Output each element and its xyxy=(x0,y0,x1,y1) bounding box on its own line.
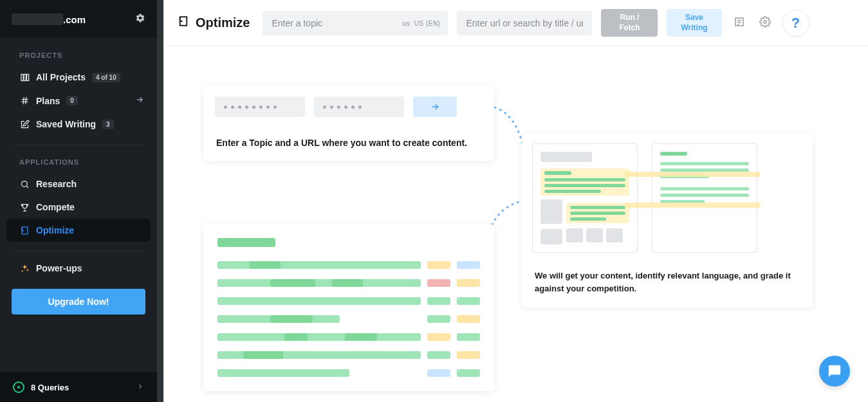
search-icon xyxy=(19,179,30,189)
save-writing-button[interactable]: Save Writing xyxy=(667,9,721,37)
chat-icon xyxy=(827,364,842,378)
sparkle-icon xyxy=(19,263,30,273)
page-title-text: Optimize xyxy=(196,15,250,30)
columns-icon xyxy=(19,72,30,82)
locale-tag[interactable]: us US (EN) xyxy=(403,19,441,26)
divider xyxy=(13,145,144,145)
edit-icon xyxy=(19,119,30,129)
sidebar-item-label: Power-ups xyxy=(36,263,82,273)
sidebar-item-label: All Projects xyxy=(36,72,86,82)
sidebar-item-research[interactable]: Research xyxy=(0,172,157,196)
arrow-right-icon xyxy=(135,95,144,106)
sidebar-item-compete[interactable]: Compete xyxy=(0,196,157,219)
sidebar-item-label: Research xyxy=(36,179,77,189)
onboarding-step2-text: We will get your content, identify relev… xyxy=(532,264,802,297)
section-label-projects: PROJECTS xyxy=(0,37,157,66)
domain-header: .com xyxy=(0,0,157,37)
locale-flag: us xyxy=(403,19,411,26)
svg-point-16 xyxy=(763,20,766,23)
sidebar: .com PROJECTS All Projects 4 of 10 Plans… xyxy=(0,0,157,402)
page-title: Optimize xyxy=(178,15,250,30)
queries-icon xyxy=(13,381,24,393)
fake-url-input xyxy=(314,96,404,117)
doc-preview-right xyxy=(652,143,757,253)
onboarding-card-3 xyxy=(203,224,494,391)
svg-line-9 xyxy=(26,186,28,188)
sidebar-item-label: Plans xyxy=(36,96,60,106)
onboarding-step1-text: Enter a Topic and a URL where you want t… xyxy=(215,134,483,149)
run-label-2: Fetch xyxy=(619,23,640,33)
badge: 0 xyxy=(66,96,78,105)
svg-line-6 xyxy=(25,97,26,104)
queries-footer[interactable]: 8 Queries xyxy=(0,372,157,402)
queries-label: 8 Queries xyxy=(31,383,69,392)
content-area: Enter a Topic and a URL where you want t… xyxy=(163,46,868,402)
optimize-icon xyxy=(178,15,189,30)
fake-topic-input xyxy=(215,96,305,117)
onboarding-card-1: Enter a Topic and a URL where you want t… xyxy=(203,85,494,161)
badge: 4 of 10 xyxy=(92,73,120,82)
sidebar-item-plans[interactable]: Plans 0 xyxy=(0,89,157,113)
hash-icon xyxy=(19,96,30,106)
sidebar-item-powerups[interactable]: Power-ups xyxy=(0,260,157,280)
settings-gear-icon[interactable] xyxy=(135,13,145,26)
sidebar-item-label: Compete xyxy=(36,202,75,212)
svg-line-5 xyxy=(23,97,24,104)
chevron-right-icon xyxy=(136,383,144,392)
svg-rect-1 xyxy=(24,74,26,80)
optimize-icon xyxy=(19,225,30,235)
sidebar-scrollbar[interactable] xyxy=(157,0,163,402)
run-fetch-button[interactable]: Run / Fetch xyxy=(601,9,658,37)
run-label-1: Run / xyxy=(619,13,640,23)
upgrade-button[interactable]: Upgrade Now! xyxy=(12,289,145,315)
trophy-icon xyxy=(19,202,30,212)
sidebar-item-label: Saved Writing xyxy=(36,119,96,129)
url-input[interactable] xyxy=(457,11,592,35)
onboarding-card-2: We will get your content, identify relev… xyxy=(522,133,813,307)
doc-preview-left xyxy=(532,143,638,253)
svg-rect-2 xyxy=(26,74,28,80)
settings-icon[interactable] xyxy=(757,14,773,33)
save-label-2: Writing xyxy=(681,23,707,33)
topbar: Optimize us US (EN) Run / Fetch Save Wri… xyxy=(163,0,868,46)
help-label: ? xyxy=(791,15,800,32)
sidebar-item-optimize[interactable]: Optimize xyxy=(6,219,151,242)
save-label-1: Save xyxy=(681,13,707,23)
chat-fab-button[interactable] xyxy=(819,356,850,387)
section-label-applications: APPLICATIONS xyxy=(0,154,157,172)
locale-text: US (EN) xyxy=(414,19,441,26)
svg-point-8 xyxy=(21,181,27,187)
topic-input-wrap: us US (EN) xyxy=(263,11,448,35)
domain-name-obscured xyxy=(12,14,63,25)
main: Optimize us US (EN) Run / Fetch Save Wri… xyxy=(163,0,868,402)
help-button[interactable]: ? xyxy=(782,10,809,37)
badge: 3 xyxy=(102,120,114,129)
domain-suffix: .com xyxy=(63,14,86,25)
divider xyxy=(13,251,144,251)
svg-rect-0 xyxy=(21,74,23,80)
sidebar-item-saved-writing[interactable]: Saved Writing 3 xyxy=(0,113,157,136)
list-icon[interactable] xyxy=(731,14,748,33)
sidebar-item-label: Optimize xyxy=(36,225,74,235)
fake-run-button xyxy=(413,96,457,117)
sidebar-item-all-projects[interactable]: All Projects 4 of 10 xyxy=(0,66,157,89)
